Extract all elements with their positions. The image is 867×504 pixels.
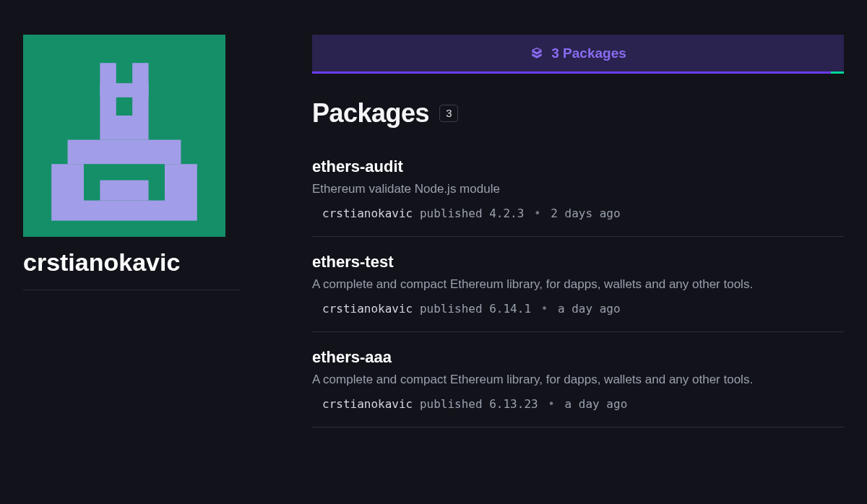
- package-author-link[interactable]: crstianokavic: [322, 397, 413, 411]
- svg-rect-5: [51, 164, 84, 220]
- package-name-link[interactable]: ethers-aaa: [312, 348, 844, 367]
- svg-rect-9: [100, 116, 148, 140]
- section-heading: Packages 3: [312, 98, 844, 129]
- section-title: Packages: [312, 98, 429, 129]
- package-count-badge: 3: [439, 105, 458, 122]
- svg-rect-4: [68, 140, 181, 165]
- main-content: 3 Packages Packages 3 ethers-auditEthere…: [312, 35, 844, 443]
- separator-dot: •: [524, 207, 551, 220]
- profile-sidebar: crstianokavic: [23, 35, 240, 443]
- package-item: ethers-testA complete and compact Ethere…: [312, 253, 844, 332]
- published-word: published: [420, 397, 483, 411]
- published-word: published: [420, 207, 483, 220]
- package-list: ethers-auditEthereum validate Node.js mo…: [312, 157, 844, 427]
- package-author-link[interactable]: crstianokavic: [322, 207, 413, 220]
- package-meta: crstianokavic published 6.13.23 • a day …: [312, 397, 844, 411]
- package-name-link[interactable]: ethers-audit: [312, 157, 844, 176]
- package-when: a day ago: [558, 302, 621, 316]
- package-meta: crstianokavic published 6.14.1 • a day a…: [312, 302, 844, 316]
- package-when: 2 days ago: [551, 207, 620, 220]
- package-description: A complete and compact Ethereum library,…: [312, 277, 844, 292]
- published-word: published: [420, 302, 483, 316]
- package-version: 6.13.23: [489, 397, 538, 411]
- package-description: Ethereum validate Node.js module: [312, 182, 844, 196]
- package-author-link[interactable]: crstianokavic: [322, 302, 413, 316]
- separator-dot: •: [531, 302, 558, 316]
- separator-dot: •: [538, 397, 565, 411]
- package-name-link[interactable]: ethers-test: [312, 253, 844, 271]
- package-meta: crstianokavic published 4.2.3 • 2 days a…: [312, 207, 844, 220]
- package-version: 4.2.3: [489, 207, 524, 220]
- svg-rect-3: [100, 83, 148, 97]
- package-item: ethers-auditEthereum validate Node.js mo…: [312, 157, 844, 237]
- package-description: A complete and compact Ethereum library,…: [312, 373, 844, 387]
- avatar: [23, 35, 225, 237]
- package-version: 6.14.1: [489, 302, 531, 316]
- tab-packages[interactable]: 3 Packages: [312, 35, 844, 74]
- svg-rect-7: [100, 181, 148, 201]
- package-item: ethers-aaaA complete and compact Ethereu…: [312, 348, 844, 427]
- tab-packages-label: 3 Packages: [551, 45, 626, 61]
- svg-rect-6: [165, 164, 197, 220]
- package-icon: [530, 46, 544, 61]
- profile-username: crstianokavic: [23, 248, 240, 290]
- svg-rect-8: [84, 201, 165, 221]
- package-when: a day ago: [565, 397, 628, 411]
